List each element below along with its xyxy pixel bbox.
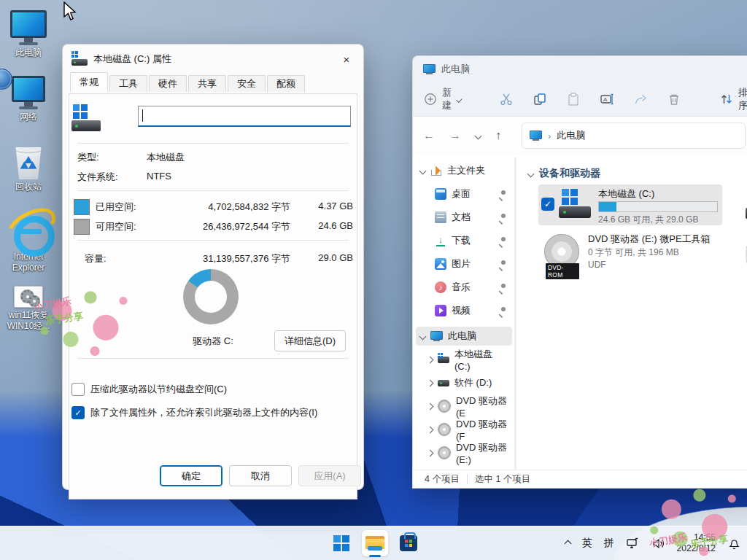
up-button[interactable]: ↑ xyxy=(495,129,501,142)
address-bar[interactable]: › 此电脑 xyxy=(522,122,746,149)
chevron-right-icon xyxy=(427,449,434,456)
cancel-button[interactable]: 取消 xyxy=(229,465,292,486)
this-pc-icon xyxy=(530,131,542,141)
explorer-address-row: ← → ↑ › 此电脑 xyxy=(413,117,747,155)
copy-icon[interactable] xyxy=(533,92,547,106)
drive-filesystem: UDF xyxy=(588,260,606,270)
sidebar-item-dvd-e[interactable]: DVD 驱动器 (E xyxy=(416,397,512,416)
sidebar-item-this-pc[interactable]: 此电脑 xyxy=(416,327,512,346)
explorer-main: 设备和驱动器 ✓ 本地磁盘 (C:) 24.6 GB 可用, 共 29.0 GB… xyxy=(522,155,747,470)
cut-icon[interactable] xyxy=(499,92,514,106)
tray-clock[interactable]: 14:55 2022/8/12 xyxy=(677,532,716,554)
compress-checkbox-row[interactable]: 压缩此驱动器以节约磁盘空间(C) xyxy=(71,383,227,396)
drive-info: 0 字节 可用, 共 196 MB xyxy=(588,246,679,259)
capacity-label: 容量: xyxy=(85,252,107,265)
volume-label-input[interactable] xyxy=(138,106,351,127)
home-icon xyxy=(430,165,442,176)
tab-hardware[interactable]: 硬件 xyxy=(149,75,187,92)
network-icon xyxy=(0,76,57,109)
sidebar-item-label: 图片 xyxy=(452,257,471,271)
notification-bell-icon[interactable] xyxy=(727,537,741,551)
dvd-icon xyxy=(438,446,451,459)
sidebar-item-home[interactable]: 主文件夹 xyxy=(416,161,512,180)
sidebar-item-desktop[interactable]: 桌面 xyxy=(416,184,512,203)
taskbar-file-explorer[interactable] xyxy=(362,530,388,556)
free-space-bytes: 26,436,972,544 字节 xyxy=(203,220,290,233)
drive-tile-dvd-e[interactable]: DVD-ROM DVD 驱动器 (E:) 微PE工具箱 0 字节 可用, 共 1… xyxy=(538,231,722,276)
divider xyxy=(77,358,349,359)
sidebar-item-dvd-e2[interactable]: DVD 驱动器 (E:) xyxy=(416,443,512,462)
desktop-folder-icon xyxy=(435,188,446,200)
type-label: 类型: xyxy=(77,151,99,164)
sidebar-item-disk-d[interactable]: 软件 (D:) xyxy=(416,373,512,392)
filesystem-value: NTFS xyxy=(147,171,171,182)
checkbox-unchecked[interactable] xyxy=(71,383,85,396)
share-icon[interactable] xyxy=(633,92,648,106)
sidebar-item-local-disk-c[interactable]: 本地磁盘 (C:) xyxy=(416,350,512,369)
tab-tools[interactable]: 工具 xyxy=(109,75,147,92)
index-checkbox-label: 除了文件属性外，还允许索引此驱动器上文件的内容(I) xyxy=(90,406,317,419)
chevron-right-icon xyxy=(427,426,434,433)
volume-icon[interactable] xyxy=(651,537,665,551)
breadcrumb[interactable]: 此电脑 xyxy=(557,129,585,142)
tray-time: 14:55 xyxy=(677,532,716,543)
devices-section-header[interactable]: 设备和驱动器 xyxy=(528,167,600,180)
sidebar-item-pictures[interactable]: 图片 xyxy=(416,254,512,273)
desktop-icon-internet-explorer[interactable]: Internet Explorer xyxy=(0,210,57,273)
sidebar-item-downloads[interactable]: ↓ 下载 xyxy=(416,231,512,250)
start-button[interactable] xyxy=(328,530,355,556)
desktop-icon-win11-restore[interactable]: win11恢复 WIN10经... xyxy=(0,286,57,332)
system-tray: 英 拼 14:55 2022/8/12 xyxy=(565,526,741,560)
index-checkbox-row[interactable]: ✓ 除了文件属性外，还允许索引此驱动器上文件的内容(I) xyxy=(71,406,317,419)
sidebar-item-videos[interactable]: 视频 xyxy=(416,301,512,320)
dialog-title: 本地磁盘 (C:) 属性 xyxy=(93,52,171,66)
dialog-titlebar[interactable]: 本地磁盘 (C:) 属性 xyxy=(63,44,363,74)
store-icon xyxy=(400,535,417,551)
close-button[interactable]: × xyxy=(337,50,356,68)
selection-checkbox[interactable]: ✓ xyxy=(541,198,554,211)
gears-icon xyxy=(0,286,57,308)
ime-mode-indicator[interactable]: 拼 xyxy=(604,537,614,550)
desktop-icon-network[interactable]: 网络 xyxy=(0,76,57,122)
taskbar-center xyxy=(328,526,422,560)
tab-security[interactable]: 安全 xyxy=(228,75,266,92)
network-icon[interactable] xyxy=(626,537,640,551)
tab-quota[interactable]: 配额 xyxy=(267,75,305,92)
tray-overflow-chevron[interactable] xyxy=(564,540,571,547)
forward-button[interactable]: → xyxy=(449,129,461,142)
chevron-down-icon xyxy=(419,167,427,174)
ime-language-indicator[interactable]: 英 xyxy=(582,537,592,550)
sidebar-item-music[interactable]: ♪ 音乐 xyxy=(416,278,512,297)
delete-icon[interactable] xyxy=(667,92,681,106)
apply-button[interactable]: 应用(A) xyxy=(298,465,361,486)
checkbox-checked[interactable]: ✓ xyxy=(71,406,85,419)
drive-usage-bar xyxy=(598,201,718,212)
tab-general[interactable]: 常规 xyxy=(70,72,108,92)
new-button[interactable]: 新建 xyxy=(423,86,461,112)
free-space-size: 24.6 GB xyxy=(302,220,353,231)
sidebar-item-dvd-f[interactable]: DVD 驱动器 (F xyxy=(416,420,512,439)
dvd-icon xyxy=(438,400,451,413)
paste-icon[interactable] xyxy=(566,92,581,106)
drive-tile-c[interactable]: ✓ 本地磁盘 (C:) 24.6 GB 可用, 共 29.0 GB xyxy=(538,184,722,225)
tab-sharing[interactable]: 共享 xyxy=(188,75,226,92)
sort-button[interactable]: 排序 xyxy=(719,86,747,112)
rename-icon[interactable]: A xyxy=(600,92,614,106)
sidebar-item-label: 文档 xyxy=(452,211,471,224)
ok-button[interactable]: 确定 xyxy=(160,465,222,486)
chevron-right-icon xyxy=(427,356,434,363)
chevron-down-icon xyxy=(457,96,462,102)
taskbar-microsoft-store[interactable] xyxy=(395,530,422,556)
internet-explorer-icon xyxy=(0,210,57,249)
sidebar-item-documents[interactable]: 文档 xyxy=(416,208,512,227)
explorer-titlebar[interactable]: 此电脑 xyxy=(413,56,747,82)
recycle-bin-icon xyxy=(0,147,57,179)
recent-locations-chevron[interactable] xyxy=(475,132,482,139)
desktop-icon-recycle-bin[interactable]: 回收站 xyxy=(0,147,57,192)
explorer-window: 此电脑 新建 A xyxy=(412,55,747,489)
details-button[interactable]: 详细信息(D) xyxy=(274,330,346,351)
sidebar-scrollbar[interactable] xyxy=(514,157,516,470)
desktop-icon-this-pc[interactable]: 此电脑 xyxy=(0,10,57,58)
back-button[interactable]: ← xyxy=(423,129,435,142)
sidebar-item-label: 软件 (D:) xyxy=(454,376,492,389)
